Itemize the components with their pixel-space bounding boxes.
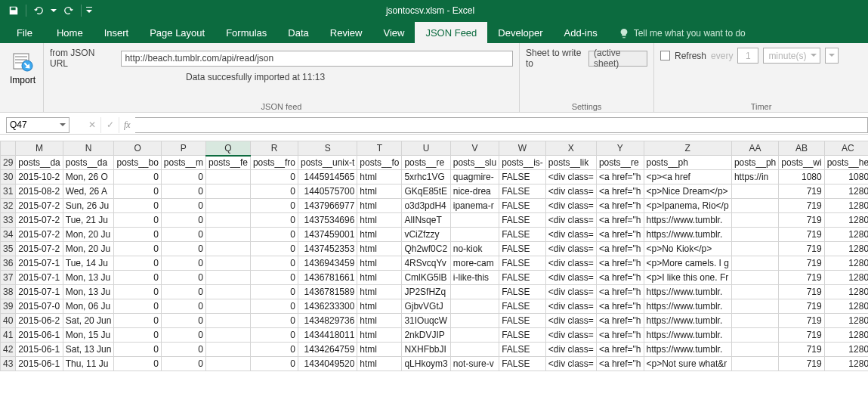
- cell[interactable]: 2015-07-1: [16, 285, 63, 299]
- cell[interactable]: 0: [161, 213, 205, 228]
- row-header-40[interactable]: 40: [1, 314, 16, 328]
- col-header-V[interactable]: V: [450, 141, 499, 156]
- import-button[interactable]: Import: [6, 48, 39, 85]
- cell[interactable]: html: [357, 285, 402, 299]
- fx-icon[interactable]: fx: [119, 119, 135, 131]
- cell[interactable]: posts__lik: [545, 156, 596, 170]
- cell[interactable]: no-kiok: [450, 242, 499, 256]
- cell[interactable]: html: [357, 314, 402, 328]
- cell[interactable]: <div class=: [545, 314, 596, 328]
- cell[interactable]: [731, 242, 778, 256]
- cell[interactable]: 1280: [824, 271, 868, 285]
- tab-json-feed[interactable]: JSON Feed: [415, 22, 487, 43]
- cell[interactable]: https://www.tumblr.: [644, 228, 731, 242]
- cell[interactable]: [731, 343, 778, 357]
- cell[interactable]: posts__m: [161, 156, 205, 170]
- cell[interactable]: [731, 299, 778, 314]
- refresh-checkbox[interactable]: [660, 51, 670, 60]
- cell[interactable]: <div class=: [545, 228, 596, 242]
- select-all-corner[interactable]: [1, 141, 16, 156]
- cell[interactable]: [450, 299, 499, 314]
- cell[interactable]: <a href="h: [596, 285, 644, 299]
- cell[interactable]: 719: [779, 357, 824, 371]
- cell[interactable]: <div class=: [545, 271, 596, 285]
- cell[interactable]: 1280: [824, 199, 868, 213]
- cell[interactable]: 1280: [824, 242, 868, 256]
- cell[interactable]: html: [357, 213, 402, 228]
- cell[interactable]: <div class=: [545, 199, 596, 213]
- cell[interactable]: 2015-07-0: [16, 299, 63, 314]
- cell[interactable]: 1280: [824, 328, 868, 343]
- cell[interactable]: 1436781661: [298, 271, 357, 285]
- tab-insert[interactable]: Insert: [94, 22, 140, 43]
- worksheet[interactable]: MNOPQRSTUVWXYZAAABAC29posts__daposts__da…: [0, 141, 868, 371]
- cell[interactable]: FALSE: [499, 357, 546, 371]
- cell[interactable]: html: [357, 299, 402, 314]
- cell[interactable]: <a href="h: [596, 228, 644, 242]
- cell[interactable]: posts__fo: [357, 156, 402, 170]
- cell[interactable]: 719: [779, 213, 824, 228]
- cell[interactable]: [731, 357, 778, 371]
- col-header-AC[interactable]: AC: [824, 141, 868, 156]
- cell[interactable]: FALSE: [499, 228, 546, 242]
- cell[interactable]: 2015-06-1: [16, 328, 63, 343]
- cell[interactable]: 0: [250, 228, 298, 242]
- cell[interactable]: html: [357, 184, 402, 199]
- qat-customize-icon[interactable]: [85, 2, 94, 19]
- cell[interactable]: <a href="h: [596, 357, 644, 371]
- cell[interactable]: <div class=: [545, 343, 596, 357]
- cell[interactable]: [205, 299, 250, 314]
- cell[interactable]: 719: [779, 228, 824, 242]
- cell[interactable]: [450, 328, 499, 343]
- cell[interactable]: [205, 328, 250, 343]
- cell[interactable]: [731, 314, 778, 328]
- cell[interactable]: posts__bo: [114, 156, 161, 170]
- cell[interactable]: 0: [161, 170, 205, 184]
- cell[interactable]: 0: [114, 285, 161, 299]
- cell[interactable]: FALSE: [499, 170, 546, 184]
- cell[interactable]: posts__is-: [499, 156, 546, 170]
- cell[interactable]: Mon, 06 Ju: [63, 299, 114, 314]
- cell[interactable]: posts__da: [63, 156, 114, 170]
- cell[interactable]: 0: [114, 314, 161, 328]
- cell[interactable]: posts__re: [596, 156, 644, 170]
- cell[interactable]: 1080: [824, 170, 868, 184]
- cell[interactable]: [731, 271, 778, 285]
- cell[interactable]: 1280: [824, 285, 868, 299]
- cell[interactable]: Sat, 20 Jun: [63, 314, 114, 328]
- row-header-37[interactable]: 37: [1, 271, 16, 285]
- cell[interactable]: 0: [114, 357, 161, 371]
- cell[interactable]: [731, 228, 778, 242]
- cell[interactable]: 0: [250, 271, 298, 285]
- cell[interactable]: html: [357, 170, 402, 184]
- cell[interactable]: Mon, 15 Ju: [63, 328, 114, 343]
- formula-input[interactable]: [135, 117, 868, 133]
- cell[interactable]: html: [357, 328, 402, 343]
- cell[interactable]: posts__unix-t: [298, 156, 357, 170]
- cell[interactable]: 0: [250, 256, 298, 271]
- cell[interactable]: <div class=: [545, 328, 596, 343]
- cell[interactable]: https://www.tumblr.: [644, 343, 731, 357]
- cell[interactable]: 0: [250, 242, 298, 256]
- cell[interactable]: 2015-07-1: [16, 256, 63, 271]
- row-header-32[interactable]: 32: [1, 199, 16, 213]
- cell[interactable]: 0: [161, 256, 205, 271]
- cell[interactable]: Thu, 11 Ju: [63, 357, 114, 371]
- cell[interactable]: <div class=: [545, 299, 596, 314]
- cell[interactable]: [205, 199, 250, 213]
- cell[interactable]: 0: [161, 299, 205, 314]
- cell[interactable]: 0: [250, 184, 298, 199]
- cell[interactable]: GjbvVGtJ: [402, 299, 450, 314]
- redo-icon[interactable]: [60, 2, 78, 19]
- cell[interactable]: 719: [779, 184, 824, 199]
- cell[interactable]: [731, 199, 778, 213]
- row-header-39[interactable]: 39: [1, 299, 16, 314]
- cell[interactable]: 0: [114, 271, 161, 285]
- cell[interactable]: FALSE: [499, 199, 546, 213]
- cell[interactable]: <a href="h: [596, 184, 644, 199]
- cell[interactable]: html: [357, 242, 402, 256]
- cell[interactable]: 0: [161, 228, 205, 242]
- cell[interactable]: 0: [161, 328, 205, 343]
- cell[interactable]: 0: [114, 184, 161, 199]
- row-header-29[interactable]: 29: [1, 156, 16, 170]
